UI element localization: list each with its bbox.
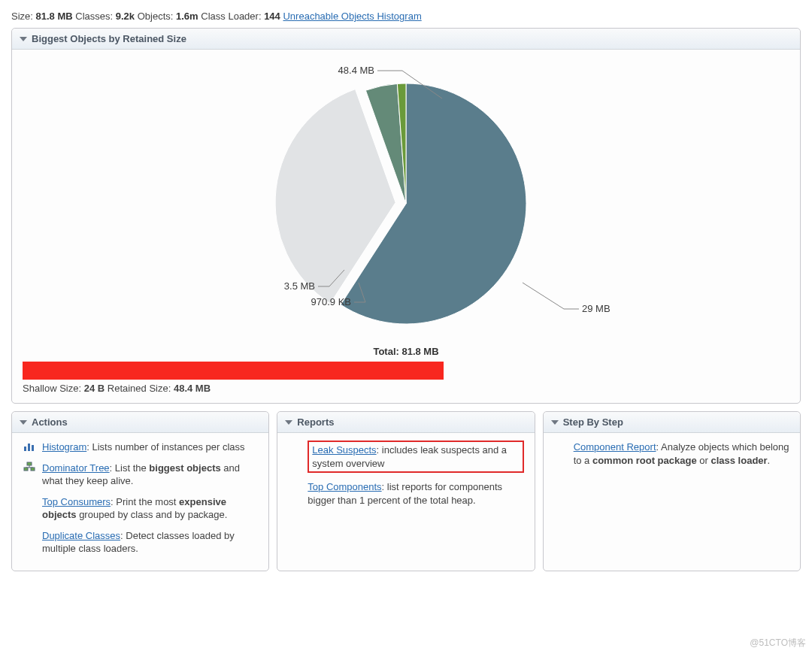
dominator-tree-link[interactable]: Dominator Tree xyxy=(42,462,110,474)
action-text: Duplicate Classes: Detect classes loaded… xyxy=(42,529,258,556)
classes-label: Classes: xyxy=(75,11,113,22)
svg-rect-7 xyxy=(31,468,35,471)
blank-icon xyxy=(554,441,568,453)
reports-body: Leak Suspects: includes leak suspects an… xyxy=(277,433,534,522)
report-leak-suspects: Leak Suspects: includes leak suspects an… xyxy=(288,441,523,479)
action-text: Top Consumers: Print the most expensive … xyxy=(42,495,258,522)
action-histogram: Histogram: Lists number of instances per… xyxy=(23,441,258,454)
biggest-objects-body: 48.4 MB29 MB3.5 MB970.9 KB Total: 81.8 M… xyxy=(12,50,800,403)
action-duplicate-classes: Duplicate Classes: Detect classes loaded… xyxy=(23,529,258,556)
shallow-size-value: 24 B xyxy=(84,383,105,394)
step-component-report: Component Report: Analyze objects which … xyxy=(554,441,789,467)
leak-suspects-highlight: Leak Suspects: includes leak suspects an… xyxy=(308,441,523,473)
collapse-icon xyxy=(551,420,559,425)
pie-chart-svg: 48.4 MB29 MB3.5 MB970.9 KB xyxy=(143,57,669,343)
reports-header[interactable]: Reports xyxy=(277,412,534,433)
pie-total-label: Total: 81.8 MB xyxy=(373,346,438,357)
size-line: Shallow Size: 24 B Retained Size: 48.4 M… xyxy=(23,383,789,394)
duplicate-classes-link[interactable]: Duplicate Classes xyxy=(42,530,120,541)
blank-icon xyxy=(288,441,301,453)
step-text: Component Report: Analyze objects which … xyxy=(574,441,789,467)
bottom-columns: Actions Histogram: Lists number of insta… xyxy=(11,411,801,579)
biggest-objects-title: Biggest Objects by Retained Size xyxy=(32,33,186,44)
objects-value: 1.6m xyxy=(176,11,198,22)
action-text: Dominator Tree: List the biggest objects… xyxy=(42,462,258,488)
svg-rect-0 xyxy=(24,447,26,451)
retained-size-label: Retained Size: xyxy=(108,383,171,394)
size-value: 81.8 MB xyxy=(36,11,73,22)
blank-icon xyxy=(23,529,36,541)
histogram-link[interactable]: Histogram xyxy=(42,441,86,453)
actions-panel: Actions Histogram: Lists number of insta… xyxy=(11,411,269,571)
leak-suspects-link[interactable]: Leak Suspects xyxy=(312,444,376,456)
slice-label: 29 MB xyxy=(582,303,611,314)
summary-bar: Size: 81.8 MB Classes: 9.2k Objects: 1.6… xyxy=(11,8,801,28)
top-consumers-link[interactable]: Top Consumers xyxy=(42,496,111,507)
collapse-icon xyxy=(285,420,292,425)
objects-label: Objects: xyxy=(138,11,174,22)
size-label: Size: xyxy=(11,11,33,22)
svg-rect-1 xyxy=(28,444,30,451)
report-top-components: Top Components: list reports for compone… xyxy=(288,480,523,507)
classloader-label: Class Loader: xyxy=(201,11,261,22)
classes-value: 9.2k xyxy=(116,11,135,22)
dominator-tree-icon xyxy=(23,462,36,474)
pie-chart: 48.4 MB29 MB3.5 MB970.9 KB Total: 81.8 M… xyxy=(23,57,789,357)
actions-body: Histogram: Lists number of instances per… xyxy=(12,433,268,571)
component-report-link[interactable]: Component Report xyxy=(574,441,656,453)
biggest-objects-header[interactable]: Biggest Objects by Retained Size xyxy=(12,29,800,50)
selected-object-bar[interactable] xyxy=(23,362,444,380)
top-components-link[interactable]: Top Components xyxy=(308,481,381,492)
svg-rect-3 xyxy=(27,462,32,465)
action-text: Histogram: Lists number of instances per… xyxy=(42,441,245,454)
step-by-step-body: Component Report: Analyze objects which … xyxy=(544,433,800,482)
shallow-size-label: Shallow Size: xyxy=(23,383,81,394)
svg-rect-2 xyxy=(32,445,34,451)
biggest-objects-panel: Biggest Objects by Retained Size 48.4 MB… xyxy=(11,28,801,404)
action-dominator-tree: Dominator Tree: List the biggest objects… xyxy=(23,462,258,488)
svg-rect-6 xyxy=(24,468,28,471)
blank-icon xyxy=(288,480,301,492)
step-by-step-title: Step By Step xyxy=(563,416,623,428)
slice-label: 48.4 MB xyxy=(338,65,374,76)
slice-label: 3.5 MB xyxy=(284,280,315,292)
reports-panel: Reports Leak Suspects: includes leak sus… xyxy=(277,411,535,571)
slice-label: 970.9 KB xyxy=(311,296,352,307)
step-by-step-panel: Step By Step Component Report: Analyze o… xyxy=(543,411,801,571)
blank-icon xyxy=(23,495,36,507)
leader-line xyxy=(523,283,579,309)
collapse-icon xyxy=(20,420,27,425)
report-text: Top Components: list reports for compone… xyxy=(308,480,523,507)
actions-header[interactable]: Actions xyxy=(12,412,268,433)
action-top-consumers: Top Consumers: Print the most expensive … xyxy=(23,495,258,522)
classloader-value: 144 xyxy=(264,11,280,22)
collapse-icon xyxy=(20,37,27,41)
actions-title: Actions xyxy=(32,416,68,428)
step-by-step-header[interactable]: Step By Step xyxy=(544,412,800,433)
histogram-icon xyxy=(23,441,36,453)
reports-title: Reports xyxy=(297,416,334,428)
unreachable-objects-link[interactable]: Unreachable Objects Histogram xyxy=(283,11,421,22)
retained-size-value: 48.4 MB xyxy=(174,383,211,394)
